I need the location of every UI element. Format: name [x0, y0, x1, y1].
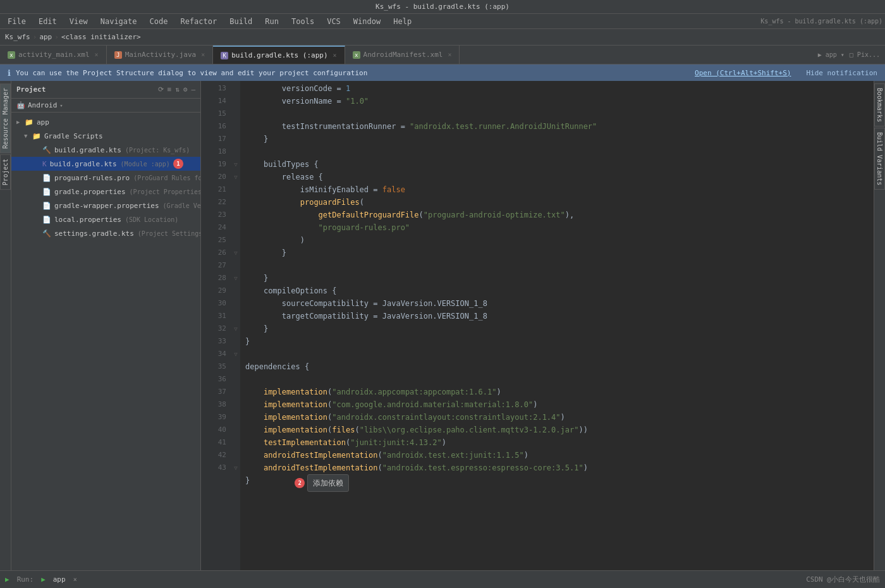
- vtab-bookmarks[interactable]: Bookmarks: [874, 83, 885, 126]
- code-line: versionCode = 1: [245, 82, 874, 95]
- fold-button[interactable]: ▽: [231, 462, 240, 474]
- code-line: isMinifyEnabled = false: [245, 183, 874, 196]
- breadcrumb-item-project[interactable]: Ks_wfs: [5, 33, 30, 41]
- tabs-bar: x activity_main.xml × J MainActivity.jav…: [0, 46, 885, 64]
- code-editor: 13 14 15 16 17 18 19 20 21 22 23 24 25 2…: [201, 81, 874, 570]
- fold-button[interactable]: ▽: [231, 322, 240, 335]
- java-icon: J: [114, 51, 122, 59]
- tree-item-proguard[interactable]: 📄 proguard-rules.pro (ProGuard Rules for…: [11, 171, 200, 185]
- settings-icon[interactable]: ⚙: [183, 85, 188, 94]
- code-line: }: [245, 322, 874, 335]
- tab-androidmanifest-xml[interactable]: x AndroidManifest.xml ×: [345, 46, 460, 64]
- breadcrumb-item-class[interactable]: <class initializer>: [61, 33, 141, 41]
- breadcrumb-item-module[interactable]: app: [39, 33, 52, 41]
- android-dropdown[interactable]: 🤖 Android ▾: [11, 99, 200, 113]
- menu-help[interactable]: Help: [388, 16, 417, 27]
- tree-item-label: settings.gradle.kts: [54, 230, 134, 238]
- main-layout: Resource Manager Project Project ⟳ ≡ ⇅ ⚙…: [0, 81, 885, 570]
- menu-run[interactable]: Run: [260, 16, 284, 27]
- tree-item-build-gradle-module[interactable]: K build.gradle.kts (Module :app) 1: [11, 157, 200, 171]
- menu-code[interactable]: Code: [145, 16, 173, 27]
- dropdown-label: Android: [28, 101, 57, 109]
- tree-item-sublabel: (SDK Location): [125, 216, 178, 223]
- panel-title: Project: [16, 85, 156, 94]
- kt-icon: K: [221, 52, 228, 59]
- device-btn[interactable]: □ Pix...: [850, 51, 880, 58]
- expand-arrow-icon: ▼: [24, 133, 30, 139]
- notification-hide-button[interactable]: Hide notification: [806, 69, 877, 77]
- run-config-btn[interactable]: ▶ app ▾: [818, 51, 845, 58]
- bottom-panel: ▶ Run: ▶ app × CSDN @小白今天也很酷: [0, 570, 885, 588]
- fold-button[interactable]: ▽: [231, 348, 240, 360]
- xml-icon: x: [8, 51, 15, 59]
- minimize-icon[interactable]: —: [191, 85, 195, 94]
- vtab-resource-manager[interactable]: Resource Manager: [0, 83, 11, 153]
- menu-window[interactable]: Window: [348, 16, 386, 27]
- menu-navigate[interactable]: Navigate: [95, 16, 142, 27]
- menu-tools[interactable]: Tools: [286, 16, 319, 27]
- fold-button[interactable]: ▽: [231, 171, 240, 183]
- tree-item-build-gradle-project[interactable]: 🔨 build.gradle.kts (Project: Ks_wfs): [11, 143, 200, 157]
- close-icon[interactable]: ×: [333, 52, 337, 59]
- sort-icon[interactable]: ⇅: [175, 85, 180, 94]
- menu-build[interactable]: Build: [224, 16, 257, 27]
- tree-item-label: proguard-rules.pro: [54, 174, 130, 182]
- list-icon[interactable]: ≡: [168, 85, 172, 94]
- tree-item-sublabel: (Project Settings): [138, 230, 200, 237]
- error-badge: 1: [173, 159, 183, 169]
- close-run-icon[interactable]: ×: [73, 576, 77, 583]
- props-file-icon: 📄: [42, 202, 51, 210]
- tree-item-sublabel: (Module :app): [121, 161, 170, 168]
- chevron-down-icon: ▾: [59, 102, 63, 109]
- menu-bar: File Edit View Navigate Code Refactor Bu…: [0, 14, 885, 29]
- vtab-project[interactable]: Project: [0, 154, 11, 190]
- code-lines[interactable]: versionCode = 1 versionName = "1.0" test…: [240, 81, 874, 570]
- tree-item-sublabel: (ProGuard Rules for ...: [133, 175, 200, 181]
- gradle-icon: 🔨: [42, 230, 51, 238]
- panel-header: Project ⟳ ≡ ⇅ ⚙ —: [11, 81, 200, 99]
- close-icon[interactable]: ×: [448, 51, 451, 58]
- code-line: androidTestImplementation("androidx.test…: [245, 449, 874, 462]
- tree-item-settings-gradle[interactable]: 🔨 settings.gradle.kts (Project Settings): [11, 226, 200, 240]
- menu-vcs[interactable]: VCS: [322, 16, 346, 27]
- close-icon[interactable]: ×: [95, 51, 99, 58]
- tree-item-sublabel: (Project Properties): [130, 188, 200, 195]
- watermark: CSDN @小白今天也很酷: [806, 575, 880, 584]
- tree-item-local-props[interactable]: 📄 local.properties (SDK Location): [11, 212, 200, 226]
- code-line: }: [245, 247, 874, 259]
- code-line: }: [245, 272, 874, 285]
- panel-header-icons: ⟳ ≡ ⇅ ⚙ —: [158, 85, 196, 94]
- code-line: [245, 348, 874, 360]
- code-content[interactable]: 13 14 15 16 17 18 19 20 21 22 23 24 25 2…: [201, 81, 874, 570]
- code-line: compileOptions {: [245, 285, 874, 297]
- close-icon[interactable]: ×: [201, 51, 205, 58]
- code-line: androidTestImplementation("androidx.test…: [245, 462, 874, 474]
- code-line: implementation(files("libs\\org.eclipse.…: [245, 424, 874, 436]
- run-icon-green: ▶: [41, 575, 46, 584]
- tree-item-gradle-scripts[interactable]: ▼ 📁 Gradle Scripts: [11, 129, 200, 143]
- fold-button[interactable]: ▽: [231, 158, 240, 171]
- vtab-build-variants[interactable]: Build Variants: [874, 128, 885, 190]
- menu-view[interactable]: View: [64, 16, 93, 27]
- tree-item-label: local.properties: [54, 216, 121, 224]
- code-line: [245, 107, 874, 120]
- menu-refactor[interactable]: Refactor: [175, 16, 222, 27]
- tree-item-gradle-props[interactable]: 📄 gradle.properties (Project Properties): [11, 185, 200, 199]
- tree-item-label: build.gradle.kts: [54, 146, 121, 154]
- file-tree: ▶ 📁 app ▼ 📁 Gradle Scripts 🔨 build.gradl…: [11, 113, 200, 570]
- tab-build-gradle-kts[interactable]: K build.gradle.kts (:app) ×: [213, 46, 345, 64]
- menu-file[interactable]: File: [3, 16, 31, 27]
- code-line: [245, 259, 874, 272]
- tab-activity-main-xml[interactable]: x activity_main.xml ×: [0, 46, 107, 64]
- sync-icon[interactable]: ⟳: [158, 85, 164, 94]
- fold-button[interactable]: ▽: [231, 272, 240, 285]
- menu-edit[interactable]: Edit: [34, 16, 62, 27]
- tree-item-app[interactable]: ▶ 📁 app: [11, 115, 200, 129]
- code-line: implementation("androidx.constraintlayou…: [245, 411, 874, 424]
- tree-item-gradle-wrapper[interactable]: 📄 gradle-wrapper.properties (Gradle Vers…: [11, 199, 200, 212]
- tab-mainactivity-java[interactable]: J MainActivity.java ×: [107, 46, 214, 64]
- fold-button[interactable]: ▽: [231, 247, 240, 259]
- notification-open-link[interactable]: Open (Ctrl+Alt+Shift+S): [695, 69, 791, 77]
- tab-label: activity_main.xml: [18, 51, 90, 59]
- tree-item-label: gradle-wrapper.properties: [54, 202, 159, 210]
